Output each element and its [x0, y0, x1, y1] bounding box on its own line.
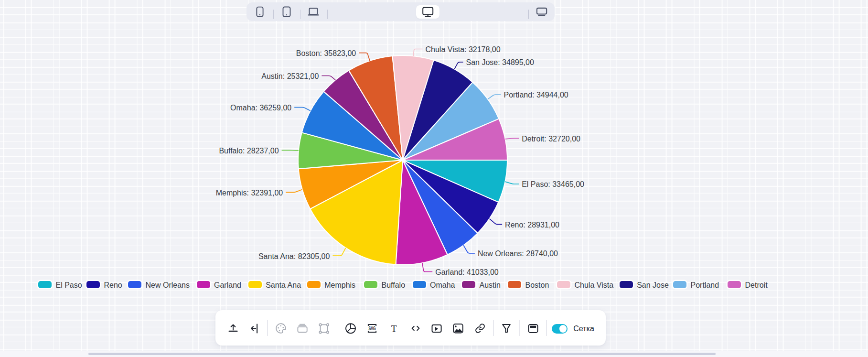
- svg-text:Buffalo: 28237,00: Buffalo: 28237,00: [219, 147, 279, 155]
- svg-text:Austin: 25321,00: Austin: 25321,00: [261, 72, 319, 80]
- svg-text:Detroit: 32720,00: Detroit: 32720,00: [522, 135, 580, 143]
- svg-text:Boston: 35823,00: Boston: 35823,00: [296, 49, 356, 57]
- svg-text:Chula Vista: 32178,00: Chula Vista: 32178,00: [426, 45, 501, 54]
- svg-text:SVG: SVG: [369, 326, 376, 331]
- svg-text:Portland: 34944,00: Portland: 34944,00: [504, 91, 568, 99]
- svg-text:Garland: 41033,00: Garland: 41033,00: [435, 268, 499, 276]
- svg-text:Reno: 28931,00: Reno: 28931,00: [505, 221, 559, 229]
- svg-text:Santa Ana: 82305,00: Santa Ana: 82305,00: [258, 252, 330, 260]
- svg-text:El Paso: 33465,00: El Paso: 33465,00: [522, 180, 584, 188]
- svg-text:Memphis: 32391,00: Memphis: 32391,00: [216, 189, 283, 197]
- svg-text:Omaha: 36259,00: Omaha: 36259,00: [230, 104, 291, 112]
- svg-text:T: T: [391, 324, 397, 334]
- svg-text:New Orleans: 28740,00: New Orleans: 28740,00: [478, 249, 558, 258]
- svg-text:San Jose: 34895,00: San Jose: 34895,00: [466, 58, 534, 66]
